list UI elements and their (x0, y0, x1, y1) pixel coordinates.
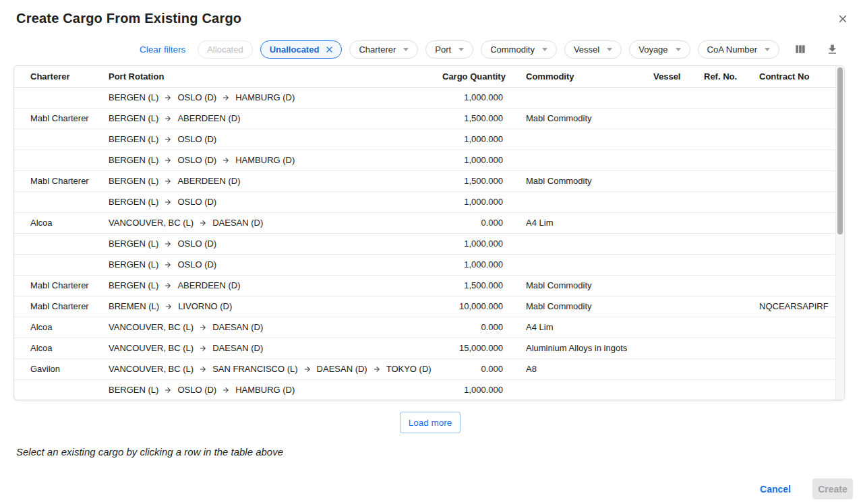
cell-charterer: Alcoa (14, 212, 109, 233)
table-row[interactable]: BERGEN (L)OSLO (D)1,000.000 (14, 233, 836, 254)
table-row[interactable]: AlcoaVANCOUVER, BC (L)DAESAN (D)0.000A4 … (14, 212, 836, 233)
cell-ref-no (704, 317, 759, 338)
port-name: OSLO (D) (177, 134, 216, 144)
port-name: VANCOUVER, BC (L) (109, 218, 194, 228)
cancel-button[interactable]: Cancel (754, 480, 796, 499)
filter-chip-allocated[interactable]: Allocated (198, 40, 252, 59)
columns-icon[interactable] (793, 42, 808, 57)
cell-ref-no (704, 338, 759, 358)
cell-charterer: Mabl Charterer (14, 275, 109, 296)
table-row[interactable]: BERGEN (L)OSLO (D)HAMBURG (D)1,000.000 (14, 87, 836, 108)
arrow-forward-icon (164, 385, 172, 395)
close-icon[interactable] (324, 44, 334, 55)
filter-chip-unallocated[interactable]: Unallocated (260, 40, 343, 59)
cell-charterer (14, 379, 109, 400)
table-row[interactable]: BERGEN (L)OSLO (D)1,000.000 (14, 129, 836, 150)
port-name: OSLO (D) (177, 197, 216, 207)
port-name: HAMBURG (D) (235, 92, 295, 102)
cell-port-rotation: BERGEN (L)OSLO (D)HAMBURG (D) (109, 150, 442, 170)
table-row[interactable]: BERGEN (L)OSLO (D)HAMBURG (D)1,000.000 (14, 150, 836, 170)
filter-dropdown-coa-number[interactable]: CoA Number (698, 40, 779, 59)
cell-contract-no (759, 191, 836, 212)
table-header-row: Charterer Port Rotation Cargo Quantity C… (14, 66, 836, 87)
port-name: DAESAN (D) (212, 218, 263, 228)
chip-label: Port (435, 44, 451, 55)
cell-ref-no (704, 233, 759, 254)
cell-charterer (14, 191, 109, 212)
arrow-forward-icon (164, 239, 172, 249)
port-name: ABERDEEN (D) (177, 176, 240, 186)
chevron-down-icon (765, 48, 770, 51)
cell-vessel (651, 379, 704, 400)
chevron-down-icon (458, 48, 464, 51)
arrow-forward-icon (199, 322, 207, 332)
cell-vessel (651, 129, 704, 150)
cell-ref-no (704, 150, 759, 170)
table-row[interactable]: Mabl ChartererBERGEN (L)ABERDEEN (D)1,50… (14, 108, 836, 129)
table-row[interactable]: GavilonVANCOUVER, BC (L)SAN FRANCISCO (L… (14, 358, 836, 379)
cell-ref-no (704, 170, 759, 191)
port-name: BERGEN (L) (109, 134, 158, 144)
cell-ref-no (704, 254, 759, 275)
cell-commodity (516, 191, 651, 212)
cell-port-rotation: BERGEN (L)OSLO (D) (109, 191, 442, 212)
cell-vessel (651, 150, 704, 170)
filter-dropdown-vessel[interactable]: Vessel (564, 40, 622, 59)
download-icon[interactable] (825, 42, 839, 57)
chip-label: Vessel (574, 44, 599, 55)
port-name: OSLO (D) (177, 92, 216, 102)
cell-contract-no (759, 275, 836, 296)
chip-label: Commodity (490, 44, 535, 55)
arrow-forward-icon (164, 134, 172, 144)
cell-contract-no (759, 129, 836, 150)
table-row[interactable]: Mabl ChartererBREMEN (L)LIVORNO (D)10,00… (14, 296, 836, 317)
filter-dropdown-commodity[interactable]: Commodity (481, 40, 557, 59)
cell-charterer (14, 254, 109, 275)
cell-contract-no (759, 170, 836, 191)
table-row[interactable]: Mabl ChartererBERGEN (L)ABERDEEN (D)1,50… (14, 170, 836, 191)
cell-charterer: Mabl Charterer (14, 296, 109, 317)
load-more-button[interactable]: Load more (400, 412, 461, 433)
cell-port-rotation: BREMEN (L)LIVORNO (D) (109, 296, 442, 317)
column-header-ref-no: Ref. No. (704, 66, 759, 87)
cell-ref-no (704, 129, 759, 150)
close-button[interactable] (835, 11, 850, 26)
table-row[interactable]: AlcoaVANCOUVER, BC (L)DAESAN (D)0.000A4 … (14, 317, 836, 338)
port-name: VANCOUVER, BC (L) (109, 364, 194, 374)
cell-ref-no (704, 358, 759, 379)
table-row[interactable]: BERGEN (L)OSLO (D)1,000.000 (14, 254, 836, 275)
arrow-forward-icon (164, 280, 172, 290)
cell-vessel (651, 358, 704, 379)
column-header-vessel: Vessel (651, 66, 704, 87)
scrollbar-thumb[interactable] (837, 67, 843, 234)
cell-vessel (651, 317, 704, 338)
port-name: VANCOUVER, BC (L) (109, 343, 194, 353)
table-row[interactable]: BERGEN (L)OSLO (D)1,000.000 (14, 191, 836, 212)
filter-dropdown-voyage[interactable]: Voyage (629, 40, 690, 59)
filter-dropdown-charterer[interactable]: Charterer (349, 40, 418, 59)
table-row[interactable]: AlcoaVANCOUVER, BC (L)DAESAN (D)15,000.0… (14, 338, 836, 358)
arrow-forward-icon (303, 364, 311, 374)
clear-filters-link[interactable]: Clear filters (140, 44, 185, 55)
vertical-scrollbar[interactable] (835, 66, 844, 400)
create-button[interactable]: Create (812, 478, 853, 499)
table-row[interactable]: Mabl ChartererBERGEN (L)ABERDEEN (D)1,50… (14, 275, 836, 296)
cell-commodity: Mabl Commodity (516, 296, 651, 317)
cell-port-rotation: VANCOUVER, BC (L)SAN FRANCISCO (L)DAESAN… (109, 358, 442, 379)
chevron-down-icon (403, 48, 409, 51)
cell-commodity: Mabl Commodity (516, 275, 651, 296)
cargo-table: Charterer Port Rotation Cargo Quantity C… (14, 66, 836, 400)
selection-hint-text: Select an existing cargo by clicking a r… (16, 446, 283, 458)
cell-cargo-quantity: 1,000.000 (442, 191, 516, 212)
cell-charterer: Mabl Charterer (14, 108, 109, 129)
port-name: OSLO (D) (177, 259, 216, 270)
cell-contract-no (759, 87, 836, 108)
filter-dropdown-port[interactable]: Port (425, 40, 473, 59)
dialog-footer: Cancel Create (754, 478, 853, 499)
table-row[interactable]: BERGEN (L)OSLO (D)HAMBURG (D)1,000.000 (14, 379, 836, 400)
cell-vessel (651, 254, 704, 275)
cell-ref-no (704, 212, 759, 233)
arrow-forward-icon (164, 155, 172, 165)
arrow-forward-icon (164, 259, 172, 270)
arrow-forward-icon (222, 385, 230, 395)
